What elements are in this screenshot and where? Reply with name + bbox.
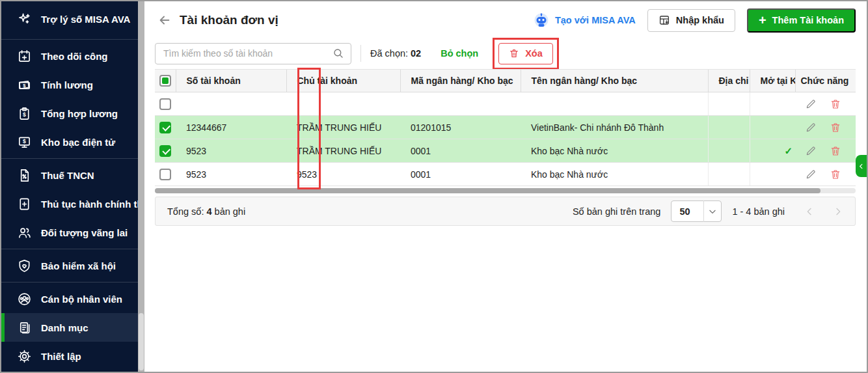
svg-text:$: $ (23, 111, 26, 118)
sidebar-item-label: Thuế TNCN (41, 170, 94, 181)
cell-bank-name (521, 92, 708, 116)
table-row[interactable]: 12344667 TRẦM TRUNG HIẾU 01201015 Vietin… (155, 116, 856, 139)
banknote-icon: $ (16, 76, 33, 93)
sidebar-item-doi-tuong-vang-lai[interactable]: Đối tượng vãng lai (1, 218, 138, 247)
sidebar-item-bao-hiem-xa-hoi[interactable]: Bảo hiểm xã hội (1, 251, 138, 280)
clipboard-dollar-icon: $ (16, 105, 33, 122)
sidebar-item-thu-tuc-hanh-chinh-thue[interactable]: Thủ tục hành chính thuế (1, 189, 138, 218)
column-header-account-owner[interactable]: Chủ tài khoản (286, 70, 400, 92)
cell-account-owner (286, 92, 400, 116)
per-page-select[interactable]: 50 (671, 200, 722, 222)
sidebar-item-label: Trợ lý số MISA AVA (41, 14, 130, 25)
per-page-value: 50 (671, 206, 703, 217)
row-checkbox[interactable] (159, 122, 171, 133)
horizontal-scrollbar-thumb[interactable] (155, 188, 821, 193)
delete-icon[interactable] (830, 98, 841, 110)
edit-icon[interactable] (805, 122, 817, 133)
sidebar-item-label: Đối tượng vãng lai (41, 227, 128, 238)
cell-account-owner: TRẦM TRUNG HIẾU (286, 139, 400, 163)
monitor-dollar-icon: $ (16, 133, 33, 150)
edit-icon[interactable] (805, 98, 817, 110)
collapse-panel-tab[interactable] (856, 155, 867, 177)
sidebar-divider (1, 282, 138, 283)
table-row[interactable]: 9523 TRẦM TRUNG HIẾU 0001 Kho bạc Nhà nư… (155, 139, 856, 163)
chevron-right-icon[interactable] (833, 206, 843, 217)
sidebar-item-label: Tổng hợp lương (41, 108, 118, 119)
add-account-button[interactable]: Thêm Tài khoản (747, 8, 856, 33)
cell-address (708, 116, 750, 139)
search-icon[interactable] (332, 48, 344, 59)
sidebar-item-theo-doi-cong[interactable]: Theo dõi công (1, 42, 138, 70)
delete-button[interactable]: Xóa (498, 43, 553, 64)
column-header-bank-name[interactable]: Tên ngân hàng/ Kho bạc (521, 70, 708, 92)
total-records-text: Tổng số: 4 bản ghi (167, 206, 245, 217)
cell-account-owner: 9523 (286, 163, 400, 186)
delete-icon[interactable] (830, 122, 841, 133)
sidebar-item-thiet-lap[interactable]: Thiết lập (1, 342, 138, 370)
page-title: Tài khoản đơn vị (180, 13, 278, 27)
sidebar-divider (1, 249, 138, 249)
sidebar-item-label: Bảo hiểm xã hội (41, 260, 116, 271)
per-page-label: Số bản ghi trên trang (573, 206, 660, 217)
table-row[interactable] (155, 92, 856, 116)
column-header-account-number[interactable]: Số tài khoản (176, 70, 286, 92)
table-row[interactable]: 9523 9523 0001 Kho bạc Nhà nước (155, 163, 856, 186)
table-footer: Tổng số: 4 bản ghi Số bản ghi trên trang… (155, 197, 856, 226)
import-table-icon (658, 14, 670, 26)
delete-icon[interactable] (830, 169, 841, 180)
sidebar-item-tong-hop-luong[interactable]: $ Tổng hợp lương (1, 99, 138, 128)
cell-bank-name: VietinBank- Chi nhánh Đô Thành (521, 116, 708, 139)
row-checkbox[interactable] (159, 145, 171, 157)
cell-account-number: 12344667 (176, 116, 286, 139)
pager (804, 206, 843, 217)
table-header-row: Số tài khoản Chủ tài khoản Mã ngân hàng/… (155, 70, 856, 92)
sidebar-scrollbar-thumb[interactable] (139, 313, 144, 370)
documents-icon (16, 319, 33, 336)
annotation-box-delete: Xóa (493, 38, 559, 70)
column-header-bank-code[interactable]: Mã ngân hàng/ Kho bạc (400, 70, 521, 92)
column-header-actions: Chức năng (795, 70, 856, 92)
cell-address (708, 92, 750, 116)
delete-icon[interactable] (830, 145, 841, 157)
sidebar-item-danh-muc[interactable]: Danh mục (1, 313, 138, 342)
chevron-left-icon[interactable] (804, 206, 815, 217)
cell-address (708, 139, 750, 163)
cell-bank-code: 01201015 (400, 116, 521, 139)
cell-bank-name: Kho bạc Nhà nước (521, 163, 708, 186)
row-checkbox[interactable] (159, 169, 171, 180)
column-header-opened-at-treasury[interactable]: Mở tại K (750, 70, 795, 92)
cell-account-number (176, 92, 286, 116)
sidebar-item-can-bo-nhan-vien[interactable]: Cán bộ nhân viên (1, 284, 138, 313)
import-button[interactable]: Nhập khẩu (647, 9, 735, 32)
search-input[interactable] (163, 48, 332, 59)
green-check-icon (784, 146, 793, 156)
plus-icon (759, 14, 766, 27)
sidebar-item-thue-tncn[interactable]: Thuế TNCN (1, 161, 138, 189)
edit-icon[interactable] (805, 169, 817, 180)
deselect-link[interactable]: Bỏ chọn (441, 48, 478, 59)
row-checkbox[interactable] (159, 98, 171, 110)
robot-icon (533, 12, 550, 29)
column-header-address[interactable]: Địa chỉ (708, 70, 750, 92)
sidebar-item-misa-ava[interactable]: Trợ lý số MISA AVA (1, 1, 138, 37)
sidebar-item-tinh-luong[interactable]: $ Tính lương (1, 70, 138, 99)
create-with-misa-ava-link[interactable]: Tạo với MISA AVA (533, 12, 636, 29)
accounts-table: Số tài khoản Chủ tài khoản Mã ngân hàng/… (155, 69, 856, 186)
document-percent-icon (16, 167, 33, 184)
sidebar-divider (1, 158, 138, 159)
back-button[interactable] (155, 10, 174, 30)
svg-text:$: $ (23, 137, 26, 144)
select-all-checkbox[interactable] (159, 75, 171, 87)
sidebar-scrollbar[interactable] (138, 1, 144, 372)
cell-bank-code: 0001 (400, 163, 521, 186)
horizontal-scrollbar[interactable] (155, 188, 856, 193)
total-records-count: 4 (206, 206, 211, 217)
cell-opened-at-treasury (750, 92, 795, 116)
sidebar-item-label: Theo dõi công (41, 51, 108, 62)
records-range-text: 1 - 4 bản ghi (732, 206, 785, 217)
toolbar: Đã chọn:02 Bỏ chọn Xóa (155, 39, 856, 68)
chevron-left-icon (858, 163, 865, 170)
sidebar-item-kho-bac-dien-tu[interactable]: $ Kho bạc điện tử (1, 128, 138, 156)
edit-icon[interactable] (805, 145, 817, 157)
calendar-plus-icon (16, 48, 33, 64)
